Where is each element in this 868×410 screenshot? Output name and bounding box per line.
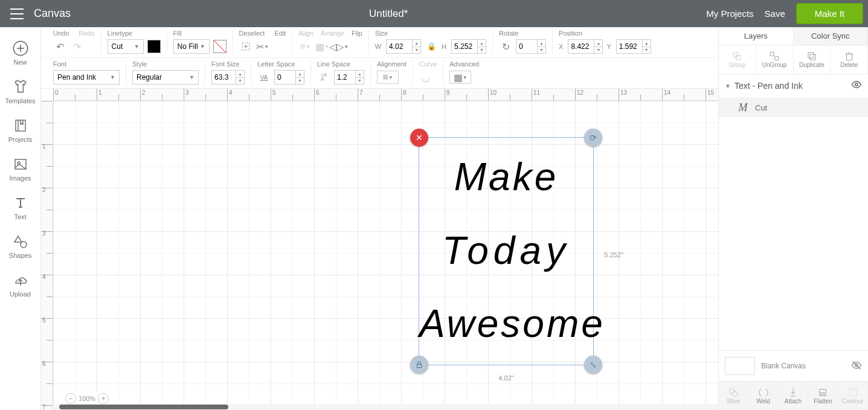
fill-dropdown[interactable]: No Fill▼ <box>173 39 210 54</box>
edit-button[interactable]: ✂▼ <box>256 40 269 53</box>
rail-templates[interactable]: Templates <box>0 72 40 111</box>
rail-projects[interactable]: Projects <box>0 111 40 149</box>
shirt-icon <box>11 78 30 96</box>
canvas[interactable]: 0123456789101112131415 1234567 Make Toda… <box>41 89 718 410</box>
redo-button[interactable]: ↷ <box>70 40 83 53</box>
svg-rect-21 <box>808 53 814 58</box>
fontsize-value: 63.3 <box>212 73 236 82</box>
attach-button[interactable]: Attach <box>779 382 808 410</box>
group-button[interactable]: Group <box>719 45 756 74</box>
edit-label: Edit <box>274 30 286 37</box>
curve-label: Curve <box>419 60 437 68</box>
rail-upload[interactable]: Upload <box>0 265 40 304</box>
y-input[interactable]: 1.592▲▼ <box>616 39 651 54</box>
weld-button[interactable]: Weld <box>748 382 778 410</box>
advanced-button[interactable]: ▦▼ <box>449 71 471 84</box>
contour-button[interactable]: Contour <box>838 382 868 410</box>
sublayer-row[interactable]: M Cut <box>719 98 868 117</box>
align-button[interactable]: ≡▼ <box>298 40 312 53</box>
layer-title: Text - Pen and Ink <box>735 81 851 91</box>
lock-handle[interactable] <box>410 356 428 374</box>
rail-new[interactable]: New <box>0 33 40 72</box>
width-dim: 4.02" <box>498 374 513 382</box>
lock-aspect-icon[interactable]: 🔒 <box>425 40 438 53</box>
arrange-label: Arrange <box>321 30 344 37</box>
contour-label: Contour <box>842 398 864 405</box>
tab-layers[interactable]: Layers <box>719 27 794 45</box>
fill-value: No Fill <box>178 42 198 51</box>
caret-down-icon[interactable]: ▼ <box>725 83 731 89</box>
blank-canvas-swatch[interactable] <box>725 357 755 375</box>
fontsize-label: Font Size <box>211 60 245 68</box>
zoom-in[interactable]: + <box>98 393 109 404</box>
flatten-button[interactable]: Flatten <box>808 382 838 410</box>
svg-point-11 <box>21 242 27 248</box>
linespace-icon: ↕AA <box>317 71 330 84</box>
rotate-label: Rotate <box>499 30 546 37</box>
visibility-off-icon[interactable] <box>851 360 862 373</box>
zoom-out[interactable]: − <box>65 393 76 404</box>
fill-color[interactable] <box>213 40 227 53</box>
layer-row[interactable]: ▼ Text - Pen and Ink <box>719 74 868 98</box>
duplicate-label: Duplicate <box>799 62 825 68</box>
save-link[interactable]: Save <box>765 8 785 19</box>
letterspace-input[interactable]: 0▲▼ <box>274 70 304 85</box>
rail-text[interactable]: Text <box>0 188 40 226</box>
document-title[interactable]: Untitled* <box>71 8 706 20</box>
style-dropdown[interactable]: Regular▼ <box>132 70 199 85</box>
text-icon <box>11 194 30 212</box>
svg-rect-23 <box>846 54 852 60</box>
width-value: 4.02 <box>387 42 412 51</box>
tab-colorsync[interactable]: Color Sync <box>794 27 869 45</box>
height-dim: 5.252" <box>605 251 623 258</box>
image-icon <box>11 155 30 173</box>
deselect-button[interactable] <box>239 40 252 53</box>
svg-rect-18 <box>736 56 741 60</box>
ungroup-button[interactable]: UnGroup <box>756 45 794 74</box>
flip-button[interactable]: ◁▷▼ <box>332 40 346 53</box>
make-it-button[interactable]: Make It <box>796 3 863 24</box>
visibility-icon[interactable] <box>851 79 862 92</box>
menu-button[interactable] <box>5 0 29 27</box>
scale-handle[interactable]: ⤡ <box>584 356 602 374</box>
rotate-handle[interactable]: ⟳ <box>584 129 602 147</box>
duplicate-button[interactable]: Duplicate <box>794 45 831 74</box>
svg-rect-16 <box>417 364 422 367</box>
canvas-text[interactable]: Make Today Awesome <box>419 138 593 361</box>
slice-button[interactable]: Slice <box>719 382 748 410</box>
rotate-input[interactable]: 0▲▼ <box>516 39 546 54</box>
delete-handle[interactable]: ✕ <box>410 129 428 147</box>
selection-box[interactable]: Make Today Awesome ✕ ⟳ ⤡ 5.252" 4.02" <box>419 137 594 365</box>
rail-label: Shapes <box>9 252 31 259</box>
my-projects-link[interactable]: My Projects <box>706 8 753 19</box>
y-prefix: Y <box>606 43 611 50</box>
delete-button[interactable]: Delete <box>831 45 868 74</box>
blank-canvas-label: Blank Canvas <box>761 362 851 370</box>
fill-label: Fill <box>173 30 227 37</box>
linespace-input[interactable]: 1.2▲▼ <box>334 70 364 85</box>
fontsize-input[interactable]: 63.3▲▼ <box>211 70 245 85</box>
linetype-dropdown[interactable]: Cut▼ <box>108 39 144 54</box>
linetype-color[interactable] <box>147 40 161 53</box>
curve-button[interactable]: ◡ <box>419 71 432 84</box>
tool-rail: New Templates Projects Images Text Shape… <box>0 27 41 410</box>
letterspace-label: Letter Space <box>257 60 304 68</box>
right-panel: Layers Color Sync Group UnGroup Duplicat… <box>718 27 868 410</box>
font-label: Font <box>53 60 120 68</box>
arrange-button[interactable]: ▦▼ <box>315 40 329 53</box>
blank-canvas-row[interactable]: Blank Canvas <box>719 350 868 381</box>
rail-shapes[interactable]: Shapes <box>0 226 40 265</box>
x-input[interactable]: 8.422▲▼ <box>568 39 603 54</box>
shapes-icon <box>11 232 30 251</box>
height-input[interactable]: 5.252▲▼ <box>451 39 486 54</box>
h-scrollbar[interactable] <box>53 404 718 410</box>
font-dropdown[interactable]: Pen and Ink▼ <box>53 70 120 85</box>
undo-button[interactable]: ↶ <box>53 40 66 53</box>
attach-label: Attach <box>785 398 802 405</box>
alignment-button[interactable]: ≡▼ <box>377 71 399 84</box>
svg-rect-32 <box>820 394 826 396</box>
rotate-value: 0 <box>516 42 537 51</box>
flip-label: Flip <box>352 30 362 37</box>
width-input[interactable]: 4.02▲▼ <box>386 39 421 54</box>
rail-images[interactable]: Images <box>0 149 40 188</box>
